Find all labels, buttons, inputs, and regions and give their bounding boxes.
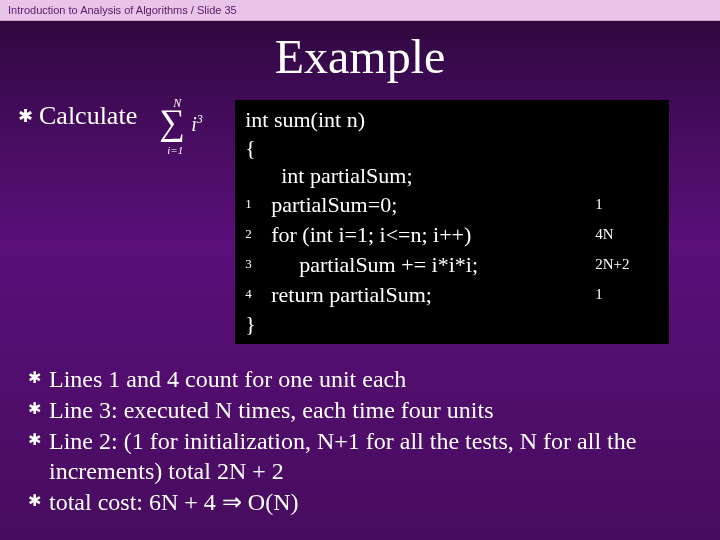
calculate-label: Calculate: [39, 100, 137, 132]
code-statement: partialSum += i*i*i;: [271, 250, 595, 280]
star-icon: ✱: [28, 426, 41, 486]
star-icon: ✱: [28, 395, 41, 425]
bullet-text: Line 3: executed N times, each time four…: [49, 395, 494, 425]
code-statement: for (int i=1; i<=n; i++): [271, 220, 595, 250]
code-line: 4return partialSum;1: [245, 280, 655, 310]
code-statement: return partialSum;: [271, 280, 595, 310]
sigma-lower-bound: i=1: [167, 144, 183, 156]
code-line: 1partialSum=0;1: [245, 190, 655, 220]
code-line: 3partialSum += i*i*i;2N+2: [245, 250, 655, 280]
line-number: 4: [245, 280, 271, 302]
bullet-item: ✱total cost: 6N + 4 ⇒ O(N): [28, 487, 692, 517]
star-icon: ✱: [18, 100, 33, 132]
bullet-list: ✱Lines 1 and 4 count for one unit each✱L…: [0, 344, 720, 517]
bullet-item: ✱Line 3: executed N times, each time fou…: [28, 395, 692, 425]
bullet-item: ✱Line 2: (1 for initialization, N+1 for …: [28, 426, 692, 486]
sigma-symbol-icon: ∑: [159, 104, 185, 140]
slide: Introduction to Analysis of Algorithms /…: [0, 0, 720, 540]
code-close-brace: }: [245, 310, 655, 338]
code-open-brace: {: [245, 134, 655, 162]
cost-annotation: 1: [595, 190, 655, 213]
cost-annotation: 4N: [595, 220, 655, 243]
bullet-text: Line 2: (1 for initialization, N+1 for a…: [49, 426, 692, 486]
slide-header: Introduction to Analysis of Algorithms /…: [0, 0, 720, 21]
sigma-term: i3: [191, 112, 203, 136]
star-icon: ✱: [28, 487, 41, 517]
summation-expression: N ∑ i=1 i3: [151, 98, 211, 156]
code-declaration: int partialSum;: [245, 162, 655, 190]
bullet-item: ✱Lines 1 and 4 count for one unit each: [28, 364, 692, 394]
code-line: 2for (int i=1; i<=n; i++)4N: [245, 220, 655, 250]
line-number: 2: [245, 220, 271, 242]
cost-annotation: 1: [595, 280, 655, 303]
code-signature: int sum(int n): [245, 106, 655, 134]
code-block: int sum(int n) { int partialSum; 1partia…: [235, 100, 669, 344]
code-statement: partialSum=0;: [271, 190, 595, 220]
cost-annotation: 2N+2: [595, 250, 655, 273]
line-number: 1: [245, 190, 271, 212]
star-icon: ✱: [28, 364, 41, 394]
first-row: ✱ Calculate N ∑ i=1 i3 int sum(int n) { …: [0, 100, 720, 344]
bullet-text: Lines 1 and 4 count for one unit each: [49, 364, 406, 394]
slide-title: Example: [0, 29, 720, 84]
line-number: 3: [245, 250, 271, 272]
bullet-text: total cost: 6N + 4 ⇒ O(N): [49, 487, 299, 517]
